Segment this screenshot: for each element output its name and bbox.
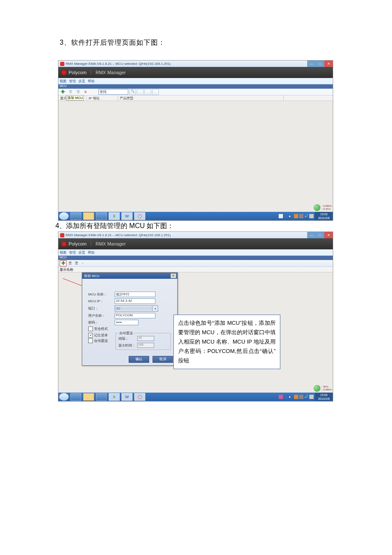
tray-flag-icon[interactable] — [279, 214, 283, 218]
caption-step4: 4、添加所有登陆管理的 MCU 如下图： — [55, 222, 392, 231]
close-button[interactable]: ✕ — [324, 61, 333, 67]
toolbar-button-2[interactable]: ☰ — [73, 261, 79, 266]
label-maxtime: 最大时间： — [118, 343, 137, 348]
task-word-icon[interactable]: W — [121, 212, 133, 220]
input-username[interactable]: POLYCOM — [115, 313, 156, 318]
menu-help[interactable]: 帮助 — [88, 79, 95, 84]
task-excel-icon[interactable]: X — [109, 212, 120, 220]
minimize-button[interactable]: — — [307, 61, 316, 67]
input-mcu-ip[interactable]: 22.54.3.42 — [115, 298, 156, 304]
select-port[interactable]: 80 ▾ — [115, 305, 158, 312]
task-explorer-icon[interactable] — [83, 212, 94, 220]
menu-manage[interactable]: 管理 — [69, 250, 76, 255]
app-icon — [60, 233, 64, 237]
network-indicator: ↑ 0K/s ↓ 0.09K/s — [314, 385, 332, 392]
tray-battery-icon[interactable] — [309, 214, 314, 218]
minimize-button[interactable]: — — [307, 232, 316, 238]
input-maxtime[interactable]: 600 — [137, 343, 154, 348]
task-ie-icon[interactable]: e — [70, 393, 81, 401]
dialog-title: 添加 MCU ✕ — [82, 273, 177, 279]
windows-taskbar: e ◎ X W ◯ ▴ 🔊 19:03 2014/2/8 — [58, 212, 333, 220]
search-input[interactable]: 查找 — [98, 89, 128, 95]
tray-misc-icon[interactable] — [299, 395, 303, 399]
task-word-icon[interactable]: W — [121, 393, 133, 401]
brand-name: Polycom — [69, 70, 86, 75]
mcu-panel-title: MCU — [58, 84, 333, 89]
menu-view[interactable]: 视图 — [60, 250, 66, 255]
fieldset-legend: 自动重连 — [118, 331, 134, 335]
polycom-logo-icon — [61, 69, 67, 75]
cancel-button[interactable]: 取消 — [153, 356, 173, 363]
window-title: RMX Manager EMA-V8.1.8.21 – MCU selected… — [66, 233, 170, 237]
input-interval[interactable]: 30 — [137, 336, 154, 341]
view-button-c[interactable] — [152, 89, 159, 95]
brand-name: Polycom — [69, 241, 86, 246]
tray-misc-icon[interactable] — [299, 214, 303, 218]
checkbox-autoreconn[interactable] — [88, 338, 93, 343]
add-mcu-button[interactable]: ✚ — [59, 89, 66, 95]
col-ip[interactable]: IP 地址 — [87, 95, 118, 101]
tray-icons[interactable]: ▴ 🔊 — [279, 395, 314, 399]
start-button[interactable] — [59, 212, 69, 220]
tray-help-icon[interactable] — [284, 214, 288, 218]
toolbar-button-1[interactable]: ☰ — [67, 261, 73, 266]
add-mcu-button[interactable]: ✚ — [60, 260, 66, 266]
toolbar-arrow[interactable]: › — [80, 261, 86, 266]
mcu-panel-title: MCU — [58, 256, 333, 260]
label-username: 用户名称： — [86, 313, 115, 318]
dialog-close-button[interactable]: ✕ — [170, 273, 176, 278]
network-indicator: ↑ 0.09K/s ↓ 0.1K/s — [314, 204, 332, 211]
menu-settings[interactable]: 设置 — [78, 250, 85, 255]
menu-help[interactable]: 帮助 — [88, 250, 95, 255]
brand-subtitle: RMX Manager — [91, 70, 126, 75]
tray-chevron-icon[interactable]: ▴ — [289, 395, 293, 399]
task-app-icon[interactable]: ◯ — [134, 393, 145, 401]
tray-shield-icon[interactable] — [294, 395, 298, 399]
net-down: 0.1K/s — [323, 208, 331, 210]
tray-chevron-icon[interactable]: ▴ — [289, 214, 293, 218]
menu-manage[interactable]: 管理 — [69, 79, 76, 84]
close-button[interactable]: ✕ — [324, 232, 333, 238]
start-button[interactable] — [59, 393, 69, 401]
polycom-logo-icon — [61, 241, 67, 247]
task-excel-icon[interactable]: X — [109, 393, 120, 401]
label-autoreconn: 自动重连 — [94, 338, 108, 343]
input-password[interactable]: ••••• — [115, 320, 138, 325]
col-display-name[interactable]: 显示名称 — [60, 267, 73, 272]
screenshot-2: RMX Manager EMA-V8.1.8.21 – MCU selected… — [58, 231, 333, 402]
maximize-button[interactable]: □ — [316, 232, 324, 238]
toolbar-button-2[interactable]: ☰ — [75, 89, 81, 95]
col-type[interactable]: 产品类型 — [118, 95, 284, 101]
empty-list-area: ↑ 0.09K/s ↓ 0.1K/s — [58, 101, 333, 212]
tray-shield-icon[interactable] — [294, 214, 298, 218]
maximize-button[interactable]: □ — [316, 61, 324, 67]
taskbar-clock[interactable]: 19:04 2014/2/8 — [315, 393, 333, 401]
tray-pic-icon[interactable] — [279, 395, 283, 399]
tray-battery-icon[interactable] — [309, 395, 314, 399]
toolbar-button-1[interactable]: ☰ — [67, 89, 74, 95]
clock-date: 2014/2/8 — [316, 397, 332, 401]
toolbar-delete-button[interactable]: ✕ — [82, 89, 89, 95]
view-button-a[interactable] — [137, 89, 144, 95]
view-button-b[interactable] — [144, 89, 151, 95]
tray-icons[interactable]: ▴ 🔊 — [279, 214, 314, 218]
checkbox-secure-mode[interactable] — [88, 327, 93, 331]
input-mcu-name[interactable]: 临沂中行 — [115, 292, 156, 297]
windows-taskbar: e ◎ X W ◯ ▴ 🔊 19:04 2014/2/8 — [58, 393, 333, 401]
tray-volume-icon[interactable]: 🔊 — [304, 395, 308, 399]
task-app-icon[interactable]: ◯ — [134, 212, 145, 220]
caption-step3: 3、软件打开后管理页面如下图： — [60, 38, 392, 47]
menu-view[interactable]: 视图 — [60, 79, 66, 84]
taskbar-clock[interactable]: 19:03 2014/2/8 — [315, 212, 333, 220]
checkbox-remember[interactable]: ✔ — [88, 333, 93, 338]
task-ie-icon[interactable]: e — [70, 212, 81, 220]
task-explorer-icon[interactable] — [83, 393, 94, 401]
toolbar: ✚ ☰ ☰ › — [58, 260, 333, 267]
task-folder-icon[interactable]: ◎ — [96, 212, 107, 220]
tray-volume-icon[interactable]: 🔊 — [304, 214, 308, 218]
menu-settings[interactable]: 设置 — [78, 79, 85, 84]
search-icon[interactable]: 🔍 — [129, 89, 136, 95]
tray-help-icon[interactable] — [284, 395, 288, 399]
task-folder-icon[interactable]: ◎ — [96, 393, 107, 401]
ok-button[interactable]: 确认 — [129, 356, 149, 363]
